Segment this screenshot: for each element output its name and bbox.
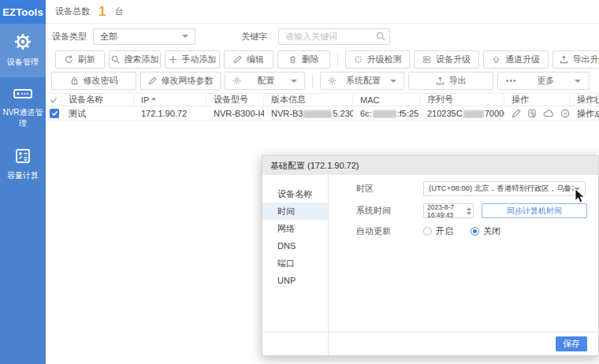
modify-network-button[interactable]: 修改网络参数 (140, 72, 221, 90)
radio-on[interactable] (423, 227, 432, 236)
upgrade-check-button[interactable]: 升级检测 (345, 50, 410, 69)
tab-device-name[interactable]: 设备名称 (262, 185, 328, 202)
trash-icon (288, 55, 297, 64)
manual-add-button[interactable]: 手动添加 (165, 50, 220, 69)
toolbar-row-2: 修改密码 修改网络参数 配置 系统配置 导出 ••• (46, 70, 599, 91)
gear-icon (13, 32, 32, 51)
device-type-value: 全部 (100, 31, 117, 43)
device-table: 设备名称 IP 设备型号 版本信息 MAC 序列号 操作 操作状态 测试 172… (46, 93, 599, 121)
channel-upgrade-label: 通道升级 (505, 54, 540, 65)
manual-add-label: 手动添加 (182, 54, 217, 65)
sidebar-item-label: 设备管理 (7, 58, 39, 66)
system-time-label: 系统时间 (356, 205, 423, 217)
col-header-mac[interactable]: MAC (353, 94, 420, 106)
time-spinner[interactable] (467, 207, 471, 215)
operation-status: 操作成功 (570, 108, 599, 120)
edit-icon[interactable] (512, 109, 521, 118)
table-header-row: 设备名称 IP 设备型号 版本信息 MAC 序列号 操作 操作状态 (46, 93, 599, 106)
check-icon (51, 110, 58, 117)
dialog-body: 设备名称 时间 网络 DNS 端口 UNP 时区 (UTC+08:00) 北京，… (262, 175, 598, 355)
col-header-ip[interactable]: IP (134, 94, 206, 106)
export-upgrade-button[interactable]: 导出升级 (552, 50, 599, 69)
app-logo: EZTools (0, 0, 46, 24)
dialog-tab-list: 设备名称 时间 网络 DNS 端口 UNP (262, 175, 329, 355)
sidebar-item-label: NVR通道管理 (2, 108, 43, 128)
sidebar-item-nvr-channel[interactable]: NVR通道管理 (0, 77, 46, 139)
table-row[interactable]: 测试 172.1.90.72 NVR-B300-I4 NVR-B35.23050… (46, 106, 599, 121)
system-config-label: 系统配置 (346, 75, 381, 87)
device-ip-cell: 172.1.90.72 (134, 109, 206, 118)
device-mac-cell: 6c::f5:25 (353, 109, 420, 118)
sort-asc-icon (151, 97, 156, 100)
config-doc-icon[interactable] (527, 109, 537, 118)
dialog-footer: 保存 (262, 332, 598, 355)
refresh-button[interactable]: 刷新 (55, 50, 105, 69)
device-total-unit: 台 (114, 6, 123, 17)
spinner-up-icon[interactable] (467, 207, 471, 210)
radio-off-selected[interactable] (471, 227, 479, 236)
cloud-icon[interactable] (543, 109, 554, 118)
chevron-down-icon (575, 80, 581, 83)
redacted-blur (303, 110, 332, 118)
pencil-icon (148, 76, 157, 85)
chevron-down-icon (182, 35, 188, 38)
export-icon (560, 55, 568, 64)
delete-button[interactable]: 删除 (277, 50, 330, 69)
timezone-label: 时区 (356, 183, 423, 195)
sidebar-item-device-management[interactable]: 设备管理 (0, 24, 46, 77)
chevron-down-icon (390, 80, 396, 83)
nvr-icon (13, 86, 33, 102)
more-dropdown-button[interactable]: ••• 更多 (497, 72, 590, 90)
col-header-version[interactable]: 版本信息 (264, 94, 353, 106)
top-header: EZTools 设备总数 1 台 (0, 0, 599, 24)
col-header-status[interactable]: 操作状态 (570, 94, 599, 106)
system-config-dropdown-button[interactable]: 系统配置 (320, 72, 404, 90)
keyword-input[interactable] (278, 28, 390, 45)
upgrade-check-label: 升级检测 (367, 54, 402, 65)
sidebar-item-capacity-calc[interactable]: 容量计算 (0, 139, 46, 191)
gear-icon (328, 76, 337, 85)
sidebar: 设备管理 NVR通道管理 容量计算 (0, 24, 46, 364)
auto-update-row: 自动更新 开启 关闭 (356, 225, 587, 237)
sidebar-item-label: 容量计算 (7, 171, 39, 180)
channel-upgrade-button[interactable]: 通道升级 (483, 50, 549, 69)
ellipsis-icon: ••• (506, 76, 517, 85)
tab-port[interactable]: 端口 (262, 254, 328, 272)
row-operations (504, 109, 570, 118)
device-type-label: 设备类型 (52, 31, 87, 43)
device-type-select[interactable]: 全部 (93, 28, 195, 45)
row-checkbox-checked[interactable] (50, 109, 59, 118)
timezone-select[interactable]: (UTC+08:00) 北京，香港特别行政区，乌鲁木齐，新加坡，台北 (423, 181, 586, 196)
spinner-down-icon[interactable] (467, 212, 471, 215)
device-total-value: 1 (99, 4, 106, 20)
keyword-search (278, 28, 390, 45)
col-header-operation[interactable]: 操作 (504, 94, 570, 106)
filter-bar: 设备类型 全部 关键字 (46, 24, 599, 49)
tab-unp[interactable]: UNP (262, 272, 328, 289)
dialog-title: 基础配置 (172.1.90.72) (262, 156, 598, 175)
col-header-name[interactable]: 设备名称 (61, 94, 134, 106)
device-version-cell: NVR-B35.230509 (264, 109, 353, 118)
server-icon (422, 55, 431, 64)
change-password-button[interactable]: 修改密码 (51, 72, 136, 90)
col-header-serial[interactable]: 序列号 (420, 94, 504, 106)
edit-button[interactable]: 编辑 (224, 50, 273, 69)
minus-circle-icon[interactable] (560, 109, 570, 118)
system-time-input[interactable]: 2023-8-7 16:49:43 (423, 203, 474, 218)
sync-computer-time-button[interactable]: 同步计算机时间 (482, 203, 587, 218)
select-all-checkbox[interactable] (46, 94, 61, 106)
tab-time[interactable]: 时间 (262, 202, 328, 220)
device-upgrade-button[interactable]: 设备升级 (414, 50, 479, 69)
config-label: 配置 (258, 75, 275, 87)
search-icon[interactable] (376, 32, 385, 41)
edit-label: 编辑 (247, 54, 264, 65)
save-button[interactable]: 保存 (556, 336, 587, 351)
delete-label: 删除 (302, 54, 319, 65)
tab-network[interactable]: 网络 (262, 220, 328, 237)
tab-dns[interactable]: DNS (262, 237, 328, 254)
config-dropdown-button[interactable]: 配置 (225, 72, 305, 90)
search-add-button[interactable]: 搜索添加 (109, 50, 161, 69)
export-button[interactable]: 导出 (408, 72, 493, 90)
timezone-row: 时区 (UTC+08:00) 北京，香港特别行政区，乌鲁木齐，新加坡，台北 (356, 181, 587, 196)
col-header-model[interactable]: 设备型号 (206, 94, 264, 106)
